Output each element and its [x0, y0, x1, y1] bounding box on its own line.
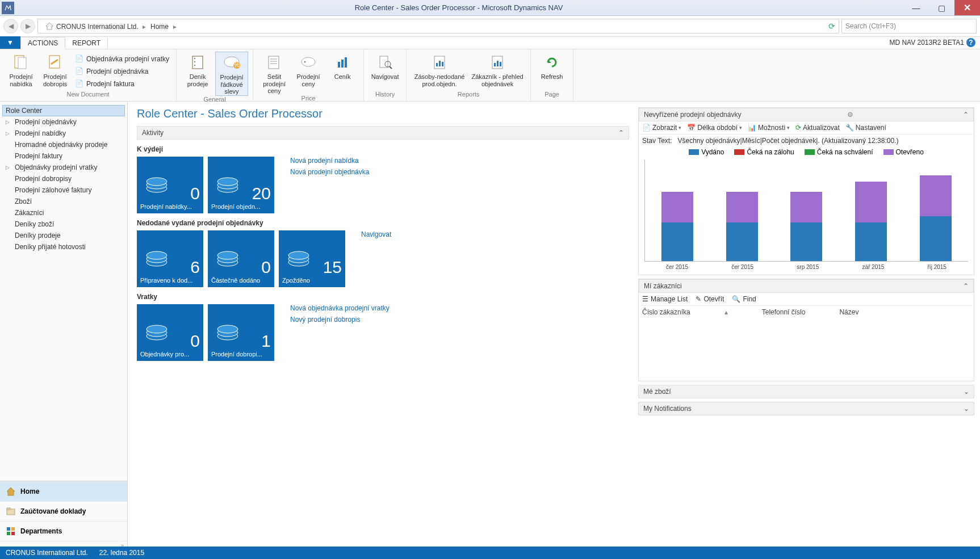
svg-rect-2	[18, 57, 26, 69]
home-icon	[45, 22, 54, 31]
version-label: MD NAV 2013R2 BETA1	[889, 39, 964, 47]
tab-report[interactable]: REPORT	[65, 37, 108, 49]
ribbon-navigate[interactable]: Navigovat	[368, 52, 401, 91]
breadcrumb-company[interactable]: CRONUS International Ltd.	[56, 23, 139, 31]
window-title: Role Center - Sales Order Processor - Mi…	[14, 3, 903, 12]
ribbon-refresh[interactable]: Refresh	[535, 52, 568, 91]
ribbon-sales-credit[interactable]: Prodejní dobropis	[39, 52, 72, 91]
report-icon	[430, 53, 449, 72]
report-icon	[488, 53, 507, 72]
breadcrumb-bar: ◀ ▶ CRONUS International Ltd. ▸ Home ▸ ⟳…	[0, 16, 980, 37]
ribbon-price-worksheet[interactable]: Sešit prodejní ceny	[258, 52, 291, 95]
worksheet-icon	[265, 53, 284, 72]
ribbon-line-discounts[interactable]: % Prodejní řádkové slevy	[215, 52, 248, 96]
svg-rect-4	[192, 56, 203, 69]
svg-rect-17	[338, 62, 340, 68]
minimize-button[interactable]: —	[903, 0, 929, 15]
document-icon: 📄	[75, 54, 84, 64]
svg-rect-11	[269, 56, 279, 69]
maximize-button[interactable]: ▢	[929, 0, 954, 15]
app-icon	[2, 2, 14, 14]
document-icon	[45, 53, 65, 72]
svg-rect-30	[500, 62, 501, 66]
svg-point-5	[194, 58, 195, 59]
help-icon[interactable]: ?	[966, 38, 975, 47]
breadcrumb[interactable]: CRONUS International Ltd. ▸ Home ▸ ⟳	[37, 19, 839, 33]
svg-line-22	[390, 66, 392, 69]
ribbon-sales-prices[interactable]: Prodejní ceny	[292, 52, 325, 95]
price-tag-icon: %	[222, 53, 241, 73]
svg-point-15	[301, 57, 315, 66]
svg-rect-26	[442, 62, 443, 66]
ribbon-sales-quote[interactable]: Prodejní nabídka	[5, 52, 37, 91]
ribbon-inventory-report[interactable]: Zásoby-nedodané prod.objedn.	[411, 52, 468, 91]
forward-button[interactable]: ▶	[20, 19, 35, 33]
chart-icon	[333, 53, 352, 72]
refresh-icon	[542, 53, 562, 72]
search-document-icon	[375, 53, 395, 72]
ribbon-tabs: ▼ ACTIONS REPORT MD NAV 2013R2 BETA1 ?	[0, 37, 980, 49]
svg-point-6	[194, 61, 195, 62]
refresh-icon[interactable]: ⟳	[828, 22, 835, 31]
ribbon-file-button[interactable]: ▼	[0, 36, 20, 49]
back-button[interactable]: ◀	[3, 19, 18, 33]
ribbon: Prodejní nabídka Prodejní dobropis 📄Obje…	[0, 49, 980, 102]
price-tag-icon	[299, 53, 318, 72]
breadcrumb-page[interactable]: Home	[150, 23, 169, 31]
ribbon-customer-report[interactable]: Zákazník - přehled objednávek	[469, 52, 526, 91]
svg-rect-29	[497, 61, 499, 66]
tab-actions[interactable]: ACTIONS	[20, 37, 65, 49]
title-bar: Role Center - Sales Order Processor - Mi…	[0, 0, 980, 16]
ribbon-return-order[interactable]: 📄Objednávka prodejní vratky	[73, 53, 171, 65]
svg-text:%: %	[234, 61, 240, 69]
svg-rect-18	[341, 60, 344, 68]
svg-point-16	[304, 61, 306, 63]
svg-rect-25	[439, 61, 441, 66]
document-icon: 📄	[75, 67, 84, 76]
ribbon-sales-invoice[interactable]: 📄Prodejní faktura	[73, 78, 171, 90]
svg-point-7	[194, 65, 195, 66]
svg-rect-28	[494, 63, 496, 66]
ribbon-sales-journal[interactable]: Deník prodeje	[181, 52, 214, 96]
document-icon	[11, 53, 31, 72]
ribbon-sales-order[interactable]: 📄Prodejní objednávka	[73, 66, 171, 77]
svg-rect-19	[345, 57, 347, 68]
close-button[interactable]: ✕	[954, 0, 980, 15]
notebook-icon	[188, 53, 207, 72]
search-input[interactable]: Search (Ctrl+F3)	[841, 19, 977, 33]
ribbon-pricelist[interactable]: Ceník	[326, 52, 359, 95]
svg-rect-24	[436, 63, 438, 66]
document-icon: 📄	[75, 79, 84, 89]
